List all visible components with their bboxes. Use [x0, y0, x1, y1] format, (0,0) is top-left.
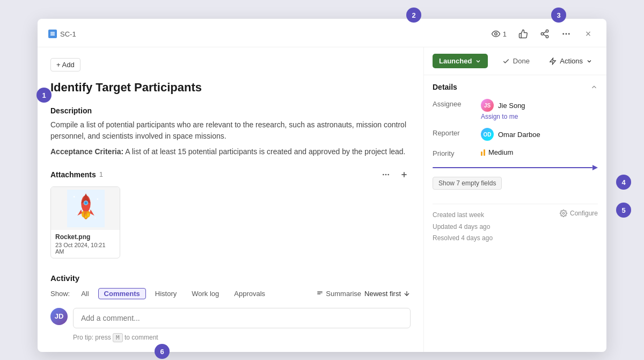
modal-body: + Add Identify Target Participants Descr…	[38, 47, 606, 352]
right-panel-header: Launched Done Actions	[424, 47, 606, 75]
attachments-heading: Attachments	[50, 170, 96, 179]
reporter-info: OD Omar Darboe	[481, 128, 598, 141]
add-button[interactable]: + Add	[50, 58, 80, 71]
description-section: Description Compile a list of potential …	[50, 106, 411, 157]
reporter-row: Reporter OD Omar Darboe	[433, 128, 598, 141]
svg-point-5	[541, 33, 544, 35]
priority-label: Priority	[433, 148, 481, 157]
reporter-avatar-image: OD	[481, 128, 494, 141]
activity-section: Activity Show: All Comments History Work…	[50, 273, 411, 341]
comment-input[interactable]	[73, 308, 411, 328]
priority-badge: Medium	[481, 148, 598, 156]
filter-worklog[interactable]: Work log	[186, 288, 225, 299]
actions-label: Actions	[560, 57, 583, 65]
updated-text: Updated 4 days ago	[433, 221, 493, 233]
like-button[interactable]	[516, 27, 530, 41]
svg-point-28	[85, 215, 87, 218]
attachments-section: Attachments 1	[50, 168, 411, 261]
reporter-avatar: OD	[481, 128, 494, 141]
issue-title: Identify Target Participants	[50, 80, 411, 96]
header-actions: 1 ×	[489, 26, 596, 41]
description-heading: Description	[50, 106, 411, 115]
svg-point-34	[95, 217, 96, 218]
pro-tip-text: Pro tip: press	[73, 334, 113, 341]
configure-button[interactable]: Configure	[560, 210, 598, 217]
svg-point-30	[87, 213, 89, 217]
current-user-avatar: JD	[50, 308, 68, 325]
newest-first-label: Newest first	[364, 290, 401, 298]
svg-point-9	[562, 33, 564, 35]
details-section: Details Assignee JS Jie Song Assign to m…	[424, 75, 606, 252]
filter-comments[interactable]: Comments	[98, 288, 146, 299]
arrow-line	[433, 167, 592, 168]
svg-marker-37	[592, 165, 598, 170]
done-label: Done	[513, 57, 530, 65]
issue-id-row: SC-1	[48, 30, 76, 38]
assignee-avatar-image: JS	[481, 99, 494, 112]
svg-rect-0	[50, 33, 55, 34]
meta-configure-row: Created last week Updated 4 days ago Res…	[433, 210, 598, 244]
attachment-more-button[interactable]	[379, 168, 392, 181]
attachment-add-button[interactable]	[398, 168, 411, 181]
close-button[interactable]: ×	[581, 26, 596, 41]
annotation-5: 5	[616, 203, 631, 218]
assignee-name: Jie Song	[498, 102, 525, 110]
issue-type-icon	[48, 30, 57, 38]
svg-point-21	[84, 201, 87, 204]
annotation-1: 1	[36, 88, 52, 103]
svg-rect-2	[50, 32, 55, 33]
comment-area: JD	[50, 308, 411, 328]
priority-row: Priority Medium	[433, 148, 598, 157]
more-options-button[interactable]	[559, 27, 573, 41]
newest-first-button[interactable]: Newest first	[364, 290, 411, 298]
assignee-avatar: JS	[481, 99, 494, 112]
acceptance-criteria: Acceptance Criteria: A list of at least …	[50, 146, 411, 157]
summarise-label: Summarise	[326, 290, 361, 298]
watch-button[interactable]: 1	[489, 27, 509, 41]
details-header: Details	[433, 83, 598, 91]
attachments-header-right	[379, 168, 411, 181]
issue-modal: SC-1 1 × + Add Identify Target Participa…	[38, 19, 606, 352]
resolved-text: Resolved 4 days ago	[433, 233, 493, 244]
svg-point-31	[74, 196, 75, 198]
summarise-button[interactable]: Summarise	[316, 290, 361, 298]
filter-all[interactable]: All	[75, 288, 94, 299]
right-panel: Launched Done Actions Details	[424, 47, 606, 352]
activity-filters: Show: All Comments History Work log Appr…	[50, 288, 411, 299]
actions-button[interactable]: Actions	[544, 54, 598, 68]
priority-value-container: Medium	[481, 148, 598, 156]
svg-point-11	[568, 33, 570, 35]
assignee-label: Assignee	[433, 99, 481, 108]
annotation-3: 3	[551, 8, 566, 23]
left-panel: + Add Identify Target Participants Descr…	[38, 47, 424, 352]
svg-point-4	[546, 30, 548, 33]
description-body: Compile a list of potential participants…	[50, 119, 411, 142]
issue-id-text: SC-1	[60, 30, 76, 38]
reporter-value: OD Omar Darboe	[481, 128, 598, 141]
assign-to-me-link[interactable]: Assign to me	[481, 113, 598, 120]
annotation-6: 6	[155, 344, 170, 359]
attachment-card[interactable]: Rocket.png 23 Oct 2024, 10:21 AM	[50, 186, 120, 258]
modal-header: SC-1 1 ×	[38, 19, 606, 47]
svg-point-10	[566, 33, 567, 35]
attachments-count: 1	[99, 170, 103, 178]
annotation-4: 4	[616, 175, 631, 190]
status-button[interactable]: Launched	[433, 54, 488, 68]
activity-heading: Activity	[50, 273, 411, 283]
svg-point-6	[546, 35, 548, 38]
acceptance-criteria-text: A list of at least 15 potential particip…	[125, 147, 405, 156]
show-empty-fields-button[interactable]: Show 7 empty fields	[433, 177, 502, 190]
pro-tip-key: M	[113, 333, 123, 342]
done-button[interactable]: Done	[497, 54, 535, 68]
reporter-name: Omar Darboe	[498, 131, 540, 139]
annotation-2: 2	[406, 8, 421, 23]
filter-history[interactable]: History	[149, 288, 182, 299]
share-button[interactable]	[538, 27, 552, 41]
arrow-head	[592, 165, 598, 170]
filter-approvals[interactable]: Approvals	[228, 288, 271, 299]
svg-point-14	[387, 174, 389, 175]
assignee-row: Assignee JS Jie Song Assign to me	[433, 99, 598, 120]
pro-tip-suffix: to comment	[125, 334, 158, 341]
meta-info: Created last week Updated 4 days ago Res…	[433, 210, 493, 244]
created-text: Created last week	[433, 210, 493, 221]
